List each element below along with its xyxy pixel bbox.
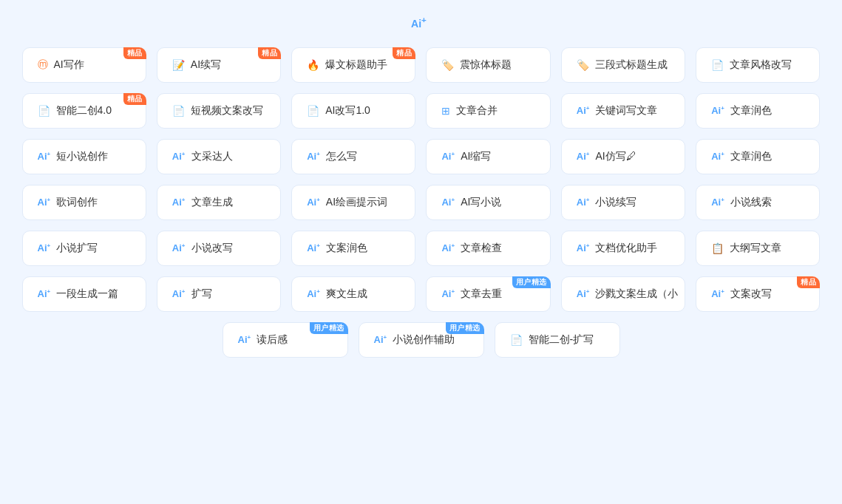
card-label: 短视频文案改写 [191, 104, 263, 118]
badge: 用户精选 [446, 322, 484, 334]
card-label: 文章去重 [461, 287, 502, 301]
ai-icon: Ai+ [711, 106, 724, 115]
card-label: 关键词写文章 [595, 104, 657, 118]
card-label: 一段生成一篇 [56, 287, 118, 301]
card-ai-imitate[interactable]: Ai+AI仿写🖊 [561, 139, 685, 174]
card-shock-title[interactable]: 🏷️震惊体标题 [426, 47, 550, 83]
card-label: 文案改写 [730, 287, 772, 301]
tool-row: 精品ⓜAI写作精品📝AI续写精品🔥爆文标题助手🏷️震惊体标题🏷️三段式标题生成📄… [22, 47, 821, 83]
card-lyric-create[interactable]: Ai+歌词创作 [22, 185, 146, 220]
ai-icon: Ai+ [711, 289, 724, 299]
card-writing-style[interactable]: Ai+文采达人 [157, 139, 281, 174]
card-label: 怎么写 [326, 150, 357, 163]
ai-icon: Ai+ [577, 243, 590, 253]
card-label: 爽文生成 [326, 287, 367, 301]
ai-icon: Ai+ [441, 197, 455, 207]
card-label: AI写作 [54, 58, 84, 72]
ai-icon: Ai+ [307, 197, 320, 207]
badge: 用户精选 [310, 322, 348, 334]
card-label: 文档优化助手 [595, 242, 657, 255]
badge: 精品 [393, 47, 415, 59]
card-label: 文案润色 [326, 242, 367, 255]
card-doc-optimize[interactable]: Ai+文档优化助手 [561, 231, 685, 266]
card-article-polish2[interactable]: Ai+文章润色 [696, 139, 820, 174]
card-label: AI缩写 [461, 150, 491, 163]
card-short-video[interactable]: 📄短视频文案改写 [157, 93, 281, 129]
card-dedup-article[interactable]: 用户精选Ai+文章去重 [426, 276, 550, 312]
doc-icon: 📄 [38, 105, 50, 117]
card-three-title[interactable]: 🏷️三段式标题生成 [561, 47, 685, 83]
card-label: 智能二创4.0 [56, 104, 112, 118]
ai-icon: Ai+ [577, 289, 590, 299]
doc-icon: 📄 [711, 59, 724, 71]
card-label: 文章合并 [456, 104, 498, 118]
doc-icon: 📄 [307, 105, 319, 117]
ai-icon: Ai+ [307, 289, 320, 299]
card-novel-assist[interactable]: 用户精选Ai+小说创作辅助 [359, 322, 484, 358]
card-article-check[interactable]: Ai+文章检查 [426, 231, 550, 266]
badge: 精品 [797, 276, 820, 288]
card-article-polish1[interactable]: Ai+文章润色 [696, 93, 820, 129]
card-copy-improve[interactable]: 精品Ai+文案改写 [696, 276, 820, 312]
card-label: 歌词创作 [56, 196, 98, 209]
tool-row: Ai+小说扩写Ai+小说改写Ai+文案润色Ai+文章检查Ai+文档优化助手📋大纲… [22, 231, 821, 266]
badge: 精品 [258, 47, 281, 59]
card-label: 文章润色 [730, 104, 772, 118]
card-label: 沙戮文案生成（小 [595, 287, 678, 301]
card-novel-continue[interactable]: Ai+小说续写 [561, 185, 685, 220]
card-read-review[interactable]: 用户精选Ai+读后感 [223, 322, 348, 358]
card-title-helper[interactable]: 精品🔥爆文标题助手 [291, 47, 415, 83]
card-fresh-gen[interactable]: Ai+爽文生成 [291, 276, 415, 312]
continue-icon: 📝 [172, 59, 185, 71]
tag2-icon: 🏷️ [577, 59, 589, 71]
card-short-novel[interactable]: Ai+短小说创作 [22, 139, 146, 174]
card-label: 读后感 [257, 333, 288, 347]
ai-icon: Ai+ [307, 243, 320, 253]
card-expand-write[interactable]: Ai+扩写 [157, 276, 281, 312]
card-ai-write-novel[interactable]: Ai+AI写小说 [426, 185, 550, 220]
ai-icon: Ai+ [441, 151, 455, 161]
card-smart-expand[interactable]: 📄智能二创-扩写 [495, 322, 620, 358]
card-one-para[interactable]: Ai+一段生成一篇 [22, 276, 146, 312]
page-title: Ai+ [411, 15, 431, 30]
card-label: 文采达人 [191, 150, 233, 163]
merge-icon: ⊞ [441, 105, 450, 117]
card-ai-rewrite[interactable]: 📄AI改写1.0 [291, 93, 415, 129]
outline-icon: 📋 [711, 242, 724, 254]
card-label: 文章生成 [191, 196, 233, 209]
ai-icon: Ai+ [38, 243, 51, 253]
card-outline-write[interactable]: 📋大纲写文章 [696, 231, 820, 266]
card-article-merge[interactable]: ⊞文章合并 [426, 93, 550, 129]
badge: 用户精选 [512, 276, 551, 288]
card-keyword-write[interactable]: Ai+关键词写文章 [561, 93, 685, 129]
card-article-gen[interactable]: Ai+文章生成 [157, 185, 281, 220]
tool-row: Ai+歌词创作Ai+文章生成Ai+AI绘画提示词Ai+AI写小说Ai+小说续写A… [22, 185, 821, 220]
tool-row: 精品📄智能二创4.0📄短视频文案改写📄AI改写1.0⊞文章合并Ai+关键词写文章… [22, 93, 821, 129]
card-smart-create[interactable]: 精品📄智能二创4.0 [22, 93, 146, 129]
ai-icon: Ai+ [441, 289, 455, 299]
card-novel-clue[interactable]: Ai+小说线索 [696, 185, 820, 220]
card-ai-continue[interactable]: 精品📝AI续写 [157, 47, 281, 83]
card-label: 小说线索 [730, 196, 772, 209]
card-novel-expand[interactable]: Ai+小说扩写 [22, 231, 146, 266]
card-ai-paint-prompt[interactable]: Ai+AI绘画提示词 [291, 185, 415, 220]
badge: 精品 [123, 93, 146, 105]
ai-icon: Ai+ [172, 289, 186, 299]
ai-icon: Ai+ [38, 151, 51, 161]
card-style-rewrite[interactable]: 📄文章风格改写 [696, 47, 820, 83]
ai-icon: Ai+ [172, 243, 186, 253]
card-label: 震惊体标题 [460, 58, 512, 72]
card-how-write[interactable]: Ai+怎么写 [291, 139, 415, 174]
card-ai-shorten[interactable]: Ai+AI缩写 [426, 139, 550, 174]
tool-row: 用户精选Ai+读后感用户精选Ai+小说创作辅助📄智能二创-扩写 [22, 322, 821, 358]
fire-icon: 🔥 [307, 59, 319, 71]
card-label: AI续写 [191, 58, 221, 72]
card-ai-write[interactable]: 精品ⓜAI写作 [22, 47, 146, 83]
card-label: 文章风格改写 [730, 58, 792, 72]
card-copy-polish[interactable]: Ai+文案润色 [291, 231, 415, 266]
card-novel-rewrite[interactable]: Ai+小说改写 [157, 231, 281, 266]
write-icon: ⓜ [38, 58, 48, 72]
card-sand-copy[interactable]: Ai+沙戮文案生成（小 [561, 276, 685, 312]
card-label: AI写小说 [461, 196, 501, 209]
doc-icon: 📄 [510, 334, 523, 346]
